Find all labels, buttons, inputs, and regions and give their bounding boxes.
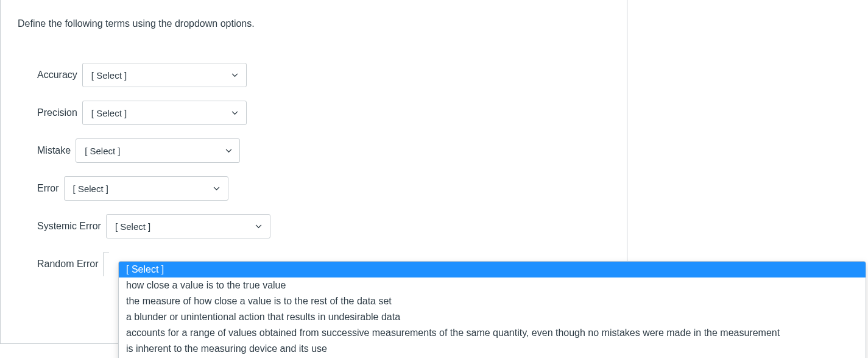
dropdown-accuracy[interactable]: [ Select ] xyxy=(82,63,247,87)
dropdown-option[interactable]: a blunder or unintentional action that r… xyxy=(119,309,866,325)
term-row-precision: Precision [ Select ] xyxy=(37,101,610,125)
dropdown-value: [ Select ] xyxy=(91,108,127,118)
dropdown-random-error[interactable] xyxy=(103,252,109,276)
question-prompt: Define the following terms using the dro… xyxy=(18,18,610,29)
dropdown-systemic-error[interactable]: [ Select ] xyxy=(106,214,270,238)
dropdown-precision[interactable]: [ Select ] xyxy=(82,101,247,125)
dropdown-value: [ Select ] xyxy=(73,184,108,194)
dropdown-error[interactable]: [ Select ] xyxy=(64,176,228,201)
dropdown-option[interactable]: accounts for a range of values obtained … xyxy=(119,325,866,341)
term-label: Error xyxy=(37,183,59,194)
dropdown-mistake[interactable]: [ Select ] xyxy=(76,138,240,163)
term-row-mistake: Mistake [ Select ] xyxy=(37,138,610,163)
chevron-down-icon xyxy=(255,223,263,230)
dropdown-options-panel: [ Select ] how close a value is to the t… xyxy=(118,261,866,358)
dropdown-option-select[interactable]: [ Select ] xyxy=(119,262,866,277)
dropdown-option[interactable]: the measure of how close a value is to t… xyxy=(119,293,866,309)
term-row-accuracy: Accuracy [ Select ] xyxy=(37,63,610,87)
dropdown-value: [ Select ] xyxy=(85,146,120,156)
chevron-down-icon xyxy=(225,147,232,154)
term-label: Random Error xyxy=(37,259,98,270)
dropdown-option[interactable]: is inherent to the measuring device and … xyxy=(119,341,866,357)
chevron-down-icon xyxy=(231,109,239,116)
chevron-down-icon xyxy=(213,185,221,192)
dropdown-option[interactable]: how close a value is to the true value xyxy=(119,277,866,293)
term-label: Precision xyxy=(37,107,77,118)
dropdown-value: [ Select ] xyxy=(115,221,150,232)
terms-area: Accuracy [ Select ] Precision [ Select ]… xyxy=(37,63,610,276)
term-row-systemic-error: Systemic Error [ Select ] xyxy=(37,214,610,238)
term-label: Systemic Error xyxy=(37,221,101,232)
term-label: Accuracy xyxy=(37,70,77,81)
chevron-down-icon xyxy=(231,71,239,79)
term-label: Mistake xyxy=(37,145,71,156)
term-row-error: Error [ Select ] xyxy=(37,176,610,201)
dropdown-value: [ Select ] xyxy=(91,70,127,81)
